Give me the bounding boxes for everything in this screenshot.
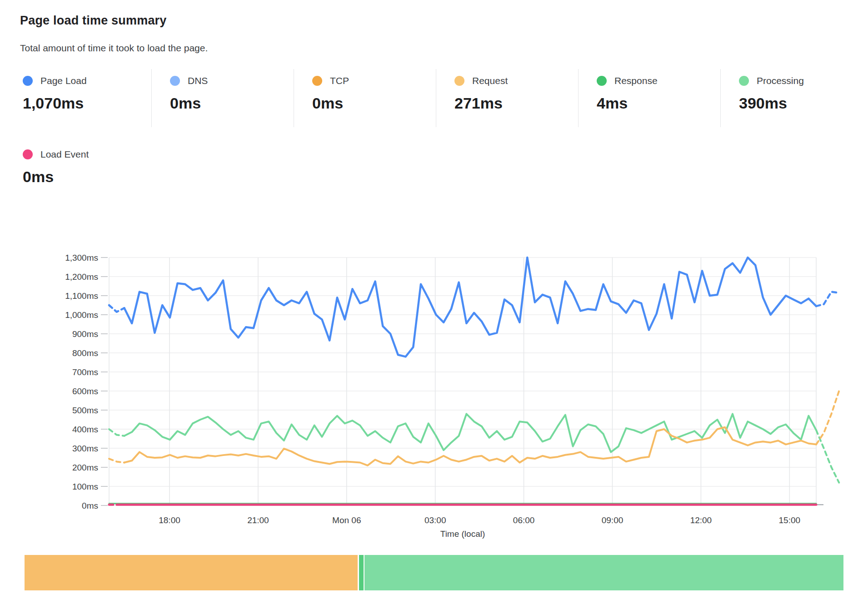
series-request bbox=[109, 391, 839, 465]
page-title: Page load time summary bbox=[20, 14, 167, 28]
svg-text:03:00: 03:00 bbox=[424, 515, 446, 525]
metric-label: DNS bbox=[188, 75, 208, 86]
svg-text:900ms: 900ms bbox=[72, 329, 98, 339]
svg-text:1,000ms: 1,000ms bbox=[65, 310, 98, 320]
svg-text:500ms: 500ms bbox=[72, 406, 98, 415]
metric-label: Processing bbox=[757, 75, 804, 86]
x-axis-title: Time (local) bbox=[440, 529, 485, 539]
metric-value: 0ms bbox=[170, 94, 294, 112]
svg-text:12:00: 12:00 bbox=[690, 515, 712, 525]
svg-text:200ms: 200ms bbox=[72, 463, 98, 472]
svg-text:0ms: 0ms bbox=[82, 501, 98, 510]
metric-value: 1,070ms bbox=[23, 94, 151, 112]
request-legend-dot-icon bbox=[454, 76, 464, 86]
metric-card-processing: Processing 390ms bbox=[720, 69, 866, 127]
svg-text:400ms: 400ms bbox=[72, 425, 98, 434]
metric-card-dns: DNS 0ms bbox=[151, 69, 294, 127]
bar-segment-processing-share[interactable] bbox=[364, 555, 843, 590]
metric-card-load-event: Load Event 0ms bbox=[20, 148, 89, 186]
svg-text:Mon 06: Mon 06 bbox=[332, 515, 361, 525]
metric-value: 0ms bbox=[312, 94, 436, 112]
svg-text:1,200ms: 1,200ms bbox=[65, 272, 98, 282]
metric-label: Page Load bbox=[40, 75, 87, 86]
bar-segment-request-share[interactable] bbox=[25, 555, 358, 590]
page-load-legend-dot-icon bbox=[23, 76, 33, 86]
svg-text:1,100ms: 1,100ms bbox=[65, 291, 98, 301]
dns-legend-dot-icon bbox=[170, 76, 180, 86]
metric-label: Load Event bbox=[40, 149, 89, 160]
metric-value: 390ms bbox=[739, 94, 866, 112]
page-load-time-panel: Page load time summary Total amount of t… bbox=[0, 0, 868, 614]
timeseries-chart: 0ms100ms200ms300ms400ms500ms600ms700ms80… bbox=[0, 195, 868, 540]
processing-legend-dot-icon bbox=[739, 76, 749, 86]
series-page-load bbox=[109, 257, 839, 357]
metric-card-request: Request 271ms bbox=[436, 69, 578, 127]
metric-label: Response bbox=[614, 75, 658, 86]
metric-label: Request bbox=[472, 75, 508, 86]
load-event-legend-dot-icon bbox=[23, 149, 33, 159]
timing-breakdown-bar[interactable] bbox=[25, 555, 843, 590]
svg-text:100ms: 100ms bbox=[72, 482, 98, 491]
svg-text:09:00: 09:00 bbox=[602, 515, 624, 525]
svg-text:700ms: 700ms bbox=[72, 367, 98, 377]
svg-text:300ms: 300ms bbox=[72, 444, 98, 453]
svg-text:15:00: 15:00 bbox=[779, 515, 801, 525]
metrics-row: Page Load 1,070ms DNS 0ms TCP 0ms Reques… bbox=[20, 69, 866, 127]
svg-text:600ms: 600ms bbox=[72, 386, 98, 396]
metric-card-tcp: TCP 0ms bbox=[294, 69, 436, 127]
response-legend-dot-icon bbox=[597, 76, 607, 86]
bar-segment-response-share[interactable] bbox=[359, 555, 364, 590]
metric-label: TCP bbox=[330, 75, 349, 86]
metric-card-page-load: Page Load 1,070ms bbox=[20, 69, 151, 127]
svg-text:21:00: 21:00 bbox=[247, 515, 269, 525]
svg-text:18:00: 18:00 bbox=[159, 515, 180, 525]
svg-text:800ms: 800ms bbox=[72, 348, 98, 358]
tcp-legend-dot-icon bbox=[312, 76, 322, 86]
metric-value: 271ms bbox=[454, 94, 578, 112]
page-subtitle: Total amount of time it took to load the… bbox=[20, 43, 208, 54]
metric-value: 0ms bbox=[20, 168, 89, 186]
axis-ticks bbox=[101, 257, 108, 505]
metric-value: 4ms bbox=[597, 94, 720, 112]
svg-text:06:00: 06:00 bbox=[513, 515, 535, 525]
page-load-line-chart: 0ms100ms200ms300ms400ms500ms600ms700ms80… bbox=[0, 195, 868, 540]
metric-card-response: Response 4ms bbox=[578, 69, 720, 127]
svg-text:1,300ms: 1,300ms bbox=[65, 253, 98, 262]
